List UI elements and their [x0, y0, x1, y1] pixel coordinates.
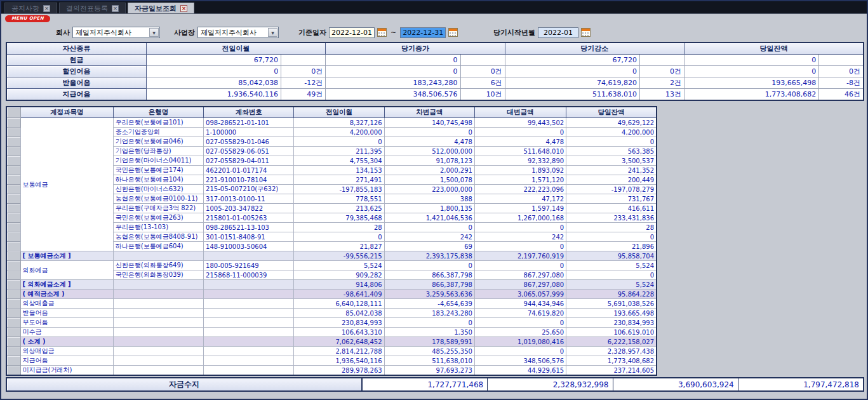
- debit-cell[interactable]: 223,000,000: [384, 185, 474, 194]
- row-gutter-cell[interactable]: [6, 328, 20, 337]
- calendar-icon[interactable]: [377, 28, 387, 37]
- prev-balance-cell[interactable]: 1,936,540,116: [294, 356, 384, 366]
- debit-cell[interactable]: 511,638,010: [384, 356, 474, 366]
- row-gutter-cell[interactable]: [6, 204, 20, 213]
- prev-balance-cell[interactable]: 7,062,648,452: [294, 337, 384, 347]
- credit-cell[interactable]: 25,650: [474, 328, 566, 337]
- today-balance-cell[interactable]: 563,385: [566, 147, 657, 156]
- prev-balance-cell[interactable]: -98,641,409: [294, 290, 384, 299]
- row-gutter-cell[interactable]: [6, 147, 20, 156]
- row-gutter-cell[interactable]: [6, 309, 20, 318]
- account-number-cell[interactable]: [204, 356, 294, 366]
- today-balance-cell[interactable]: 4,200,000: [566, 128, 657, 137]
- credit-cell[interactable]: 1,267,000,168: [474, 213, 566, 223]
- today-balance-cell[interactable]: 5,691,038,526: [566, 299, 657, 309]
- account-number-cell[interactable]: 317-0013-0100-11: [204, 194, 294, 204]
- debit-cell[interactable]: 0: [384, 261, 474, 270]
- credit-cell[interactable]: 99,443,502: [474, 118, 566, 128]
- today-balance-cell[interactable]: 0: [566, 270, 657, 280]
- debit-cell[interactable]: 1,800,135: [384, 204, 474, 213]
- prev-balance-cell[interactable]: 4,755,304: [294, 156, 384, 166]
- bank-name-cell[interactable]: 기업은행(마이너스04011): [113, 156, 203, 166]
- today-balance-cell[interactable]: 233,431,836: [566, 213, 657, 223]
- prev-balance-cell[interactable]: 106,643,310: [294, 328, 384, 337]
- today-balance-cell[interactable]: 1,773,408,682: [566, 356, 657, 366]
- account-number-cell[interactable]: [204, 337, 294, 347]
- today-balance-cell[interactable]: 230,834,993: [566, 318, 657, 328]
- account-name-cell[interactable]: 외화예금: [20, 261, 113, 280]
- tab-close-icon[interactable]: ×: [112, 5, 119, 12]
- row-gutter-cell[interactable]: [6, 128, 20, 137]
- today-balance-cell[interactable]: 0: [566, 232, 657, 242]
- prev-balance-cell[interactable]: 21,827: [294, 242, 384, 251]
- credit-cell[interactable]: 1,893,092: [474, 166, 566, 175]
- today-balance-cell[interactable]: 3,500,537: [566, 156, 657, 166]
- row-gutter-cell[interactable]: [6, 194, 20, 204]
- debit-cell[interactable]: 183,243,280: [384, 309, 474, 318]
- bank-name-cell[interactable]: 우리은행(13-103): [113, 223, 203, 232]
- account-number-cell[interactable]: 098-286521-13-103: [204, 223, 294, 232]
- debit-cell[interactable]: 97,693,273: [384, 366, 474, 376]
- row-gutter-cell[interactable]: [6, 261, 20, 270]
- credit-cell[interactable]: 44,929,615: [474, 366, 566, 376]
- debit-cell[interactable]: 0: [384, 223, 474, 232]
- credit-cell[interactable]: 0: [474, 347, 566, 356]
- account-number-cell[interactable]: [204, 318, 294, 328]
- credit-cell[interactable]: 1,571,120: [474, 175, 566, 185]
- bank-name-cell[interactable]: [113, 290, 203, 299]
- credit-cell[interactable]: 222,223,096: [474, 185, 566, 194]
- today-balance-cell[interactable]: 5,524: [566, 280, 657, 290]
- debit-cell[interactable]: 1,350: [384, 328, 474, 337]
- bank-name-cell[interactable]: 신한은행(마이너스632): [113, 185, 203, 194]
- prev-balance-cell[interactable]: 0: [294, 232, 384, 242]
- credit-cell[interactable]: 0: [474, 261, 566, 270]
- prev-balance-cell[interactable]: 230,834,993: [294, 318, 384, 328]
- account-number-cell[interactable]: 148-910003-50604: [204, 242, 294, 251]
- account-number-cell[interactable]: [204, 299, 294, 309]
- row-gutter-cell[interactable]: [6, 232, 20, 242]
- bank-name-cell[interactable]: [113, 309, 203, 318]
- debit-cell[interactable]: 2,393,175,838: [384, 251, 474, 261]
- credit-cell[interactable]: 0: [474, 242, 566, 251]
- today-balance-cell[interactable]: 416,611: [566, 204, 657, 213]
- account-name-cell[interactable]: 미수금: [20, 328, 113, 337]
- credit-cell[interactable]: 867,297,080: [474, 280, 566, 290]
- row-gutter-cell[interactable]: [6, 213, 20, 223]
- tab-fund-daily-report[interactable]: 자금일보조회 ×: [128, 3, 194, 13]
- account-number-cell[interactable]: 1-100000: [204, 128, 294, 137]
- credit-cell[interactable]: 74,619,820: [474, 309, 566, 318]
- prev-balance-cell[interactable]: 5,524: [294, 261, 384, 270]
- credit-cell[interactable]: 0: [474, 128, 566, 137]
- debit-cell[interactable]: -4,654,639: [384, 299, 474, 309]
- prev-balance-cell[interactable]: -99,556,215: [294, 251, 384, 261]
- today-balance-cell[interactable]: 731,767: [566, 194, 657, 204]
- credit-cell[interactable]: 511,648,010: [474, 147, 566, 156]
- tab-voucher-entry[interactable]: 결의전표등록 ×: [59, 3, 126, 13]
- row-gutter-cell[interactable]: [6, 118, 20, 128]
- calendar-icon[interactable]: [448, 28, 458, 37]
- prev-balance-cell[interactable]: 8,327,126: [294, 118, 384, 128]
- row-gutter-cell[interactable]: [6, 347, 20, 356]
- account-number-cell[interactable]: 215-05-007210(구632): [204, 185, 294, 194]
- account-number-cell[interactable]: [204, 280, 294, 290]
- account-number-cell[interactable]: 027-055829-04-011: [204, 156, 294, 166]
- today-balance-cell[interactable]: 237,214,605: [566, 366, 657, 376]
- account-number-cell[interactable]: 180-005-921649: [204, 261, 294, 270]
- row-gutter-cell[interactable]: [6, 242, 20, 251]
- row-gutter-cell[interactable]: [6, 337, 20, 347]
- today-balance-cell[interactable]: -197,078,279: [566, 185, 657, 194]
- debit-cell[interactable]: 866,387,798: [384, 280, 474, 290]
- bank-name-cell[interactable]: [113, 328, 203, 337]
- account-name-cell[interactable]: 외상매출금: [20, 299, 113, 309]
- prev-balance-cell[interactable]: 213,625: [294, 204, 384, 213]
- bank-name-cell[interactable]: [113, 280, 203, 290]
- prev-balance-cell[interactable]: 778,551: [294, 194, 384, 204]
- prev-balance-cell[interactable]: 909,282: [294, 270, 384, 280]
- calendar-icon[interactable]: [581, 28, 591, 37]
- row-gutter-cell[interactable]: [6, 318, 20, 328]
- row-gutter-cell[interactable]: [6, 366, 20, 376]
- account-number-cell[interactable]: [204, 347, 294, 356]
- row-gutter-cell[interactable]: [6, 251, 20, 261]
- account-name-cell[interactable]: [ 보통예금소계 ]: [20, 251, 113, 261]
- row-gutter-cell[interactable]: [6, 166, 20, 175]
